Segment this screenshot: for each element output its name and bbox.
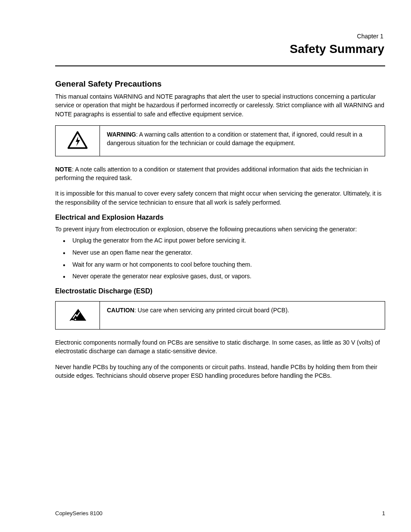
- warning-icon-cell: [56, 126, 100, 156]
- caution-body-text: : Use care when servicing any printed ci…: [134, 307, 289, 314]
- caution-icon-cell: [56, 302, 100, 329]
- warning-text: WARNING: A warning calls attention to a …: [100, 126, 385, 156]
- subheading-esd: Electrostatic Discharge (ESD): [55, 287, 385, 295]
- page-title: Safety Summary: [55, 42, 385, 56]
- electric-shock-icon: [68, 130, 87, 152]
- page: Chapter 1 Safety Summary General Safety …: [0, 0, 411, 532]
- caution-label: CAUTION: [107, 307, 134, 314]
- bullet-intro: To prevent injury from electrocution or …: [55, 225, 385, 233]
- list-item: Never operate the generator near explosi…: [72, 272, 385, 281]
- esd-icon: [68, 306, 87, 325]
- footer-page-number: 1: [382, 510, 385, 516]
- warning-label: WARNING: [107, 131, 136, 138]
- section-heading-general-safety: General Safety Precautions: [55, 79, 385, 89]
- list-item: Never use an open flame near the generat…: [72, 248, 385, 258]
- list-item: Unplug the generator from the AC input p…: [72, 236, 385, 246]
- warning-callout: WARNING: A warning calls attention to a …: [55, 125, 385, 156]
- svg-point-0: [75, 319, 76, 320]
- caution-callout: CAUTION: Use care when servicing any pri…: [55, 301, 385, 330]
- footer-left: CopleySeries 8100: [55, 510, 103, 516]
- subheading-explosion-hazards: Electrical and Explosion Hazards: [55, 214, 385, 221]
- list-item: Wait for any warm or hot components to c…: [72, 260, 385, 270]
- caution-text: CAUTION: Use care when servicing any pri…: [100, 302, 385, 329]
- note-label: NOTE: [55, 166, 72, 173]
- paragraph: This manual contains WARNING and NOTE pa…: [55, 92, 385, 118]
- note-paragraph: NOTE: A note calls attention to a condit…: [55, 165, 385, 183]
- title-rule: [55, 65, 385, 66]
- chapter-label: Chapter 1: [55, 33, 385, 40]
- paragraph: It is impossible for this manual to cove…: [55, 189, 385, 207]
- note-body-text: A note calls attention to a condition or…: [55, 166, 368, 181]
- bullet-list: Unplug the generator from the AC input p…: [55, 236, 385, 281]
- paragraph: Electronic components normally found on …: [55, 338, 385, 356]
- paragraph: Never handle PCBs by touching any of the…: [55, 363, 385, 380]
- warning-body-text: A warning calls attention to a condition…: [107, 131, 362, 146]
- page-footer: CopleySeries 8100 1: [55, 510, 385, 516]
